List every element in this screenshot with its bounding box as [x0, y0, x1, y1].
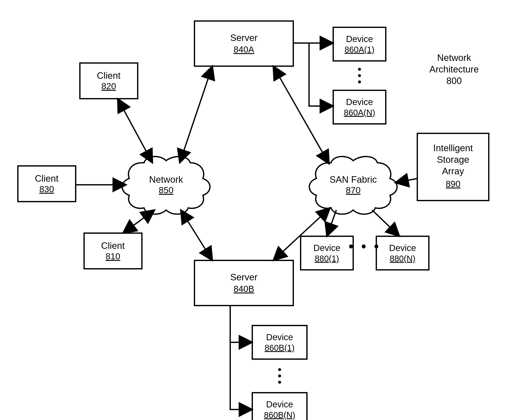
conn-server840b-dev860bn — [230, 342, 252, 410]
isa-ref: 890 — [446, 179, 460, 189]
client-810-title: Client — [101, 240, 125, 251]
client-820-title: Client — [97, 70, 121, 81]
svg-rect-1 — [18, 166, 76, 202]
device-860bn-ref: 860B(N) — [264, 410, 295, 420]
network-ref: 850 — [159, 185, 173, 195]
server-840a-ref: 840A — [233, 45, 254, 54]
svg-rect-11 — [376, 236, 429, 270]
svg-rect-4 — [194, 260, 293, 306]
server-840a-box: Server 840A — [194, 21, 293, 66]
client-820-box: Client 820 — [80, 63, 138, 99]
conn-san-dev880n — [372, 210, 399, 236]
svg-point-7 — [358, 68, 361, 71]
conn-server840a-dev860an — [309, 43, 333, 106]
san-fabric-title: SAN Fabric — [330, 174, 377, 185]
server-840b-box: Server 840B — [194, 260, 293, 306]
svg-rect-0 — [80, 63, 138, 99]
svg-rect-2 — [84, 233, 142, 269]
device-860a1-ref: 860A(1) — [345, 45, 374, 54]
isa-line2: Storage — [437, 154, 469, 165]
device-860b1-box: Device 860B(1) — [252, 325, 307, 359]
ellipsis-880: • • • — [349, 239, 381, 254]
conn-client810-network — [123, 210, 155, 233]
svg-point-16 — [278, 375, 281, 377]
network-title: Network — [149, 174, 183, 185]
svg-point-15 — [278, 368, 281, 371]
intelligent-storage-array-box: Intelligent Storage Array 890 — [417, 133, 489, 201]
device-860an-ref: 860A(N) — [344, 108, 375, 117]
svg-point-9 — [358, 80, 361, 83]
device-860bn-title: Device — [266, 399, 293, 409]
server-840a-title: Server — [230, 33, 257, 43]
san-fabric-ref: 870 — [346, 185, 361, 195]
conn-client820-network — [118, 99, 152, 163]
san-fabric-cloud: SAN Fabric 870 — [309, 157, 397, 214]
ellipsis-860b — [278, 368, 281, 384]
client-830-ref: 830 — [39, 184, 54, 194]
svg-rect-6 — [333, 90, 386, 124]
network-architecture-diagram: Network 850 SAN Fabric 870 Client 820 Cl… — [0, 0, 518, 420]
caption-line1: Network — [437, 52, 471, 63]
device-860b1-ref: 860B(1) — [265, 343, 294, 352]
svg-point-17 — [278, 381, 281, 384]
svg-rect-5 — [333, 27, 386, 61]
device-8801-ref: 880(1) — [315, 254, 339, 263]
figure-caption: Network Architecture 800 — [430, 52, 479, 86]
device-860bn-box: Device 860B(N) — [252, 393, 307, 420]
svg-rect-13 — [252, 325, 307, 359]
conn-server840b-network — [181, 210, 212, 260]
caption-line2: Architecture — [430, 64, 479, 74]
ellipsis-860a — [358, 68, 361, 83]
device-860b1-title: Device — [266, 332, 293, 342]
device-8801-title: Device — [313, 243, 340, 253]
client-820-ref: 820 — [101, 81, 116, 91]
client-810-box: Client 810 — [84, 233, 142, 269]
client-830-title: Client — [35, 173, 59, 184]
device-860an-box: Device 860A(N) — [333, 90, 386, 124]
conn-isa-san — [395, 179, 417, 183]
conn-server840a-network — [180, 66, 212, 163]
client-830-box: Client 830 — [18, 166, 76, 202]
device-860a1-title: Device — [346, 34, 373, 44]
server-840b-title: Server — [230, 272, 257, 282]
caption-line3: 800 — [446, 75, 462, 86]
network-cloud: Network 850 — [122, 157, 210, 214]
device-880n-title: Device — [389, 243, 416, 253]
isa-line1: Intelligent — [433, 143, 473, 153]
conn-server840a-san — [273, 66, 329, 164]
device-8801-box: Device 880(1) — [301, 236, 353, 270]
svg-rect-10 — [301, 236, 353, 270]
svg-rect-3 — [194, 21, 293, 66]
isa-line3: Array — [442, 166, 464, 176]
server-840b-ref: 840B — [233, 284, 254, 294]
device-860a1-box: Device 860A(1) — [333, 27, 386, 61]
conn-server840b-dev860b1 — [230, 306, 252, 342]
device-880n-ref: 880(N) — [390, 254, 415, 263]
svg-point-8 — [358, 74, 361, 77]
conn-san-dev8801 — [327, 210, 336, 236]
client-810-ref: 810 — [106, 251, 120, 261]
device-860an-title: Device — [346, 97, 373, 107]
device-880n-box: Device 880(N) — [376, 236, 429, 270]
